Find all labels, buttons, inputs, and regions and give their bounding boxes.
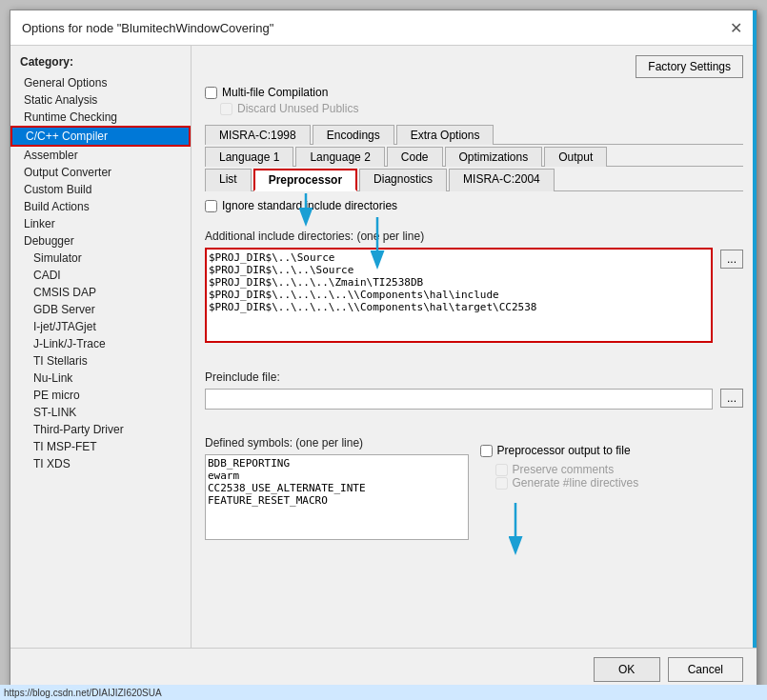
sidebar-item-static-analysis[interactable]: Static Analysis xyxy=(10,91,191,109)
include-dirs-wrapper: $PROJ_DIR$\..\Source $PROJ_DIR$\..\..\So… xyxy=(205,248,713,346)
multifile-compilation-row[interactable]: Multi-file Compilation xyxy=(205,86,743,99)
tab-output[interactable]: Output xyxy=(544,147,607,167)
preprocessor-output-row[interactable]: Preprocessor output to file xyxy=(480,444,744,457)
dialog-footer: OK Cancel xyxy=(10,648,757,690)
tab-preprocessor[interactable]: Preprocessor xyxy=(253,169,357,191)
bottom-section: Defined symbols: (one per line) BDB_REPO… xyxy=(205,427,743,540)
preprocessor-col: Preprocessor output to file Preserve com… xyxy=(480,427,744,540)
tab-row-2: Language 1 Language 2 Code Optimizations… xyxy=(205,147,743,167)
tab-row-3: List Preprocessor Diagnostics MISRA-C:20… xyxy=(205,169,743,191)
tab-encodings[interactable]: Encodings xyxy=(313,125,394,145)
sidebar-item-general-options[interactable]: General Options xyxy=(10,74,191,91)
category-label: Category: xyxy=(10,55,191,74)
multifile-compilation-checkbox[interactable] xyxy=(205,87,217,99)
generate-line-directives-row[interactable]: Generate #line directives xyxy=(480,476,744,490)
spacer xyxy=(480,427,744,444)
close-button[interactable]: ✕ xyxy=(726,18,745,37)
url-text: https://blog.csdn.net/DIAIJIZI620SUA xyxy=(4,688,162,698)
discard-unused-publics-row[interactable]: Discard Unused Publics xyxy=(205,102,743,115)
sidebar-item-build-actions[interactable]: Build Actions xyxy=(10,198,191,215)
ok-button[interactable]: OK xyxy=(594,657,660,682)
tab-language-1[interactable]: Language 1 xyxy=(205,147,293,167)
top-bar: Factory Settings xyxy=(205,55,743,78)
include-dirs-dots-button[interactable]: ... xyxy=(720,250,743,269)
ignore-std-includes-label: Ignore standard include directories xyxy=(222,199,397,212)
sidebar-item-simulator[interactable]: Simulator xyxy=(10,250,191,267)
sidebar-item-cpp-compiler[interactable]: C/C++ Compiler xyxy=(10,126,191,147)
ignore-std-includes-row: Ignore standard include directories xyxy=(205,199,743,212)
dialog-title: Options for node "BlumitechWindowCoverin… xyxy=(22,21,273,35)
tab-code[interactable]: Code xyxy=(387,147,443,167)
tab-row-1: MISRA-C:1998 Encodings Extra Options xyxy=(205,125,743,145)
sidebar-item-cadi[interactable]: CADI xyxy=(10,267,191,284)
preinclude-input[interactable] xyxy=(205,389,713,410)
sidebar-item-output-converter[interactable]: Output Converter xyxy=(10,164,191,181)
preinclude-dots-button[interactable]: ... xyxy=(720,389,743,408)
tab-list[interactable]: List xyxy=(205,169,252,191)
sidebar-item-third-party[interactable]: Third-Party Driver xyxy=(10,421,191,438)
preserve-comments-checkbox[interactable] xyxy=(495,464,508,476)
sidebar-item-debugger[interactable]: Debugger xyxy=(10,232,191,250)
sidebar-item-cmsis-dap[interactable]: CMSIS DAP xyxy=(10,284,191,301)
sidebar-item-ti-stellaris[interactable]: TI Stellaris xyxy=(10,352,191,370)
preinclude-section: Preinclude file: ... xyxy=(205,361,743,417)
sidebar-item-custom-build[interactable]: Custom Build xyxy=(10,181,191,198)
generate-line-directives-label: Generate #line directives xyxy=(513,476,639,490)
preprocessor-output-checkbox[interactable] xyxy=(480,445,493,457)
tab-language-2[interactable]: Language 2 xyxy=(295,147,384,167)
symbols-wrapper: BDB_REPORTING ewarm CC2538_USE_ALTERNATE… xyxy=(205,454,469,540)
sidebar-item-pe-micro[interactable]: PE micro xyxy=(10,387,191,404)
dialog: Options for node "BlumitechWindowCoverin… xyxy=(10,10,757,690)
include-dirs-row: $PROJ_DIR$\..\Source $PROJ_DIR$\..\..\So… xyxy=(205,248,743,353)
ignore-std-includes-checkbox[interactable] xyxy=(205,200,217,212)
checkboxes: Multi-file Compilation Discard Unused Pu… xyxy=(205,86,743,115)
additional-includes-label: Additional include directories: (one per… xyxy=(205,230,743,243)
sidebar-item-nu-link[interactable]: Nu-Link xyxy=(10,370,191,387)
sidebar-item-runtime-checking[interactable]: Runtime Checking xyxy=(10,109,191,126)
sidebar-item-ijet[interactable]: I-jet/JTAGjet xyxy=(10,318,191,335)
tab-misra-c-1998[interactable]: MISRA-C:1998 xyxy=(205,125,311,145)
url-bar: https://blog.csdn.net/DIAIJIZI620SUA xyxy=(0,685,767,700)
include-dirs-textarea[interactable]: $PROJ_DIR$\..\Source $PROJ_DIR$\..\..\So… xyxy=(205,248,713,343)
sidebar-item-st-link[interactable]: ST-LINK xyxy=(10,404,191,421)
title-bar: Options for node "BlumitechWindowCoverin… xyxy=(10,10,757,46)
sidebar-item-jlink[interactable]: J-Link/J-Trace xyxy=(10,335,191,352)
defined-symbols-label: Defined symbols: (one per line) xyxy=(205,436,469,450)
defined-symbols-col: Defined symbols: (one per line) BDB_REPO… xyxy=(205,427,469,540)
tab-diagnostics[interactable]: Diagnostics xyxy=(359,169,447,191)
main-panel: Factory Settings Multi-file Compilation … xyxy=(192,46,757,687)
sidebar-item-linker[interactable]: Linker xyxy=(10,215,191,232)
discard-unused-publics-label: Discard Unused Publics xyxy=(237,102,358,115)
sidebar: Category: General Options Static Analysi… xyxy=(10,46,192,687)
tab-misra-c-2004[interactable]: MISRA-C:2004 xyxy=(449,169,555,191)
multifile-compilation-label: Multi-file Compilation xyxy=(222,86,328,99)
tab-optimizations[interactable]: Optimizations xyxy=(445,147,543,167)
cancel-button[interactable]: Cancel xyxy=(668,657,743,682)
dialog-body: Category: General Options Static Analysi… xyxy=(10,46,757,687)
tab-extra-options[interactable]: Extra Options xyxy=(396,125,495,145)
discard-unused-publics-checkbox[interactable] xyxy=(220,103,232,115)
preinclude-label: Preinclude file: xyxy=(205,370,743,384)
preserve-comments-row[interactable]: Preserve comments xyxy=(480,463,744,476)
sidebar-item-assembler[interactable]: Assembler xyxy=(10,147,191,164)
generate-line-directives-checkbox[interactable] xyxy=(495,477,508,490)
preprocessor-output-label: Preprocessor output to file xyxy=(497,444,631,457)
sidebar-item-ti-msp-fet[interactable]: TI MSP-FET xyxy=(10,438,191,455)
preinclude-row: ... xyxy=(205,389,743,410)
factory-settings-button[interactable]: Factory Settings xyxy=(636,55,743,78)
sidebar-item-gdb-server[interactable]: GDB Server xyxy=(10,301,191,318)
preserve-comments-label: Preserve comments xyxy=(513,463,615,476)
symbols-textarea[interactable]: BDB_REPORTING ewarm CC2538_USE_ALTERNATE… xyxy=(205,454,469,540)
sidebar-item-ti-xds[interactable]: TI XDS xyxy=(10,455,191,472)
